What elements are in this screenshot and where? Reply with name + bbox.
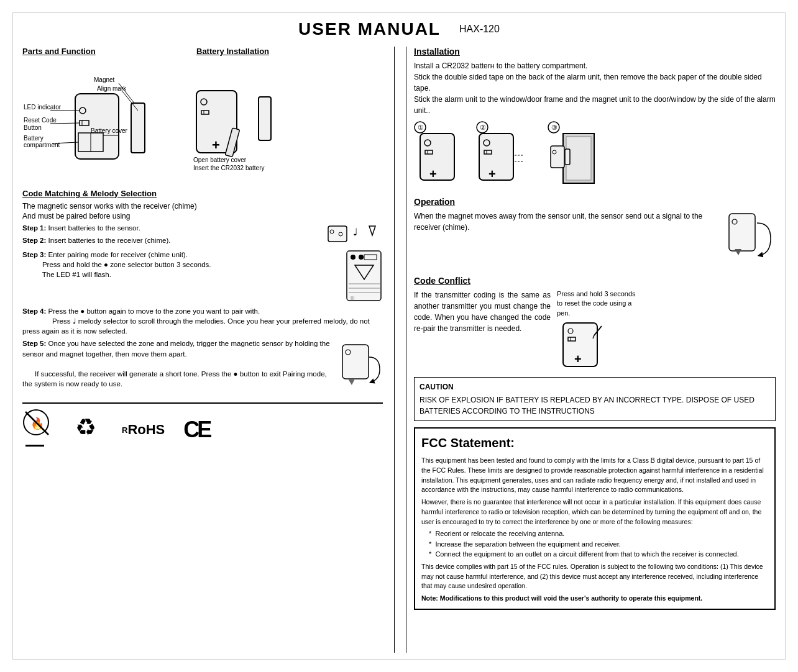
rohs-r-icon: R <box>122 425 127 435</box>
step-5-text: Step 5: Once you have selected the zone … <box>22 338 333 391</box>
fcc-bullet-2-text: Increase the separation between the equi… <box>435 540 620 548</box>
code-matching-section: Code Matching & Melody Selection The mag… <box>22 189 383 396</box>
header: USER MANUAL HAX-120 <box>22 19 776 39</box>
step-5-label: Step 5: <box>22 340 46 347</box>
svg-text:+: + <box>488 167 496 181</box>
sensor-diagram-svg: ♩ <box>327 223 383 245</box>
right-column: Installation Install a CR2032 batterн to… <box>406 47 776 653</box>
install-step3-svg: ③ <box>548 121 600 189</box>
installation-section: Installation Install a CR2032 batterн to… <box>414 47 776 189</box>
fcc-para2-text: However, there is no guarantee that inte… <box>421 498 761 525</box>
fcc-para3-text: This device complies with part 15 of the… <box>421 563 763 590</box>
svg-rect-0 <box>75 94 119 159</box>
fcc-para1-text: This equipment has been tested and found… <box>421 456 764 493</box>
step-5-diagram <box>339 338 383 396</box>
chime-svg: ||| <box>346 250 383 302</box>
fcc-title: FCC Statement: <box>421 434 768 452</box>
code-intro-2: And must be paired before using <box>22 212 383 220</box>
fcc-para1: This equipment has been tested and found… <box>421 456 768 495</box>
installation-title: Installation <box>414 47 776 57</box>
recycle-svg: ♻ <box>72 412 103 446</box>
svg-text:+: + <box>212 137 220 153</box>
code-conflict-section: Code Conflict If the transmitter coding … <box>414 276 776 370</box>
bottom-icons: 🔥 ♻ RRoHS CE <box>22 402 383 451</box>
svg-text:Magnet: Magnet <box>94 76 115 83</box>
svg-text:Battery: Battery <box>24 135 44 142</box>
fcc-para2: However, there is no guarantee that inte… <box>421 497 768 527</box>
svg-marker-35 <box>369 226 375 235</box>
fcc-bullet-2: * Increase the separation between the eq… <box>429 539 768 550</box>
svg-text:LED indicator: LED indicator <box>24 104 62 111</box>
svg-rect-31 <box>328 226 347 242</box>
ce-text: CE <box>183 417 209 442</box>
svg-text:♩: ♩ <box>353 227 358 237</box>
code-conflict-title: Code Conflict <box>414 276 776 286</box>
step-5: Step 5: Once you have selected the zone … <box>22 338 333 388</box>
step-5-text: Once you have selected the zone and melo… <box>22 340 330 357</box>
caution-text: RISK OF EXPLOSION IF BATTERY IS REPLACED… <box>420 394 770 417</box>
caution-title: CAUTION <box>420 381 770 393</box>
operation-diagram <box>726 211 776 268</box>
operation-svg <box>726 211 776 266</box>
fcc-note-text: Note: Modifications to this product will… <box>421 594 702 602</box>
fcc-para3: This device complies with part 15 of the… <box>421 562 768 591</box>
svg-rect-73 <box>551 146 564 168</box>
ce-logo: CE <box>183 417 209 443</box>
conflict-text: If the transmitter coding is the same as… <box>414 289 551 334</box>
page-title: USER MANUAL <box>298 19 441 39</box>
operation-row: When the magnet moves away from the sens… <box>414 211 776 268</box>
svg-text:Open battery cover: Open battery cover <box>193 157 247 163</box>
install-text-1: Install a CR2032 batterн to the battery … <box>414 61 587 70</box>
svg-marker-78 <box>735 249 741 255</box>
fcc-box: FCC Statement: This equipment has been t… <box>414 427 776 610</box>
code-intro-1: The magnetic sensor works with the recei… <box>22 202 383 211</box>
install-step-2: ② + <box>476 121 538 189</box>
caution-box: CAUTION RISK OF EXPLOSION IF BATTERY IS … <box>414 377 776 421</box>
svg-point-37 <box>351 255 355 260</box>
conflict-device-svg: + <box>557 320 607 370</box>
svg-text:Reset Code: Reset Code <box>24 117 57 124</box>
svg-line-50 <box>25 412 48 435</box>
code-matching-title: Code Matching & Melody Selection <box>22 189 383 198</box>
main-content: Parts and Function Battery Installation <box>22 47 776 653</box>
parts-diagram: LED indicator Reset Code Button Battery … <box>22 66 184 183</box>
install-step-1: ① + <box>414 121 467 189</box>
svg-line-17 <box>122 91 138 111</box>
conflict-diagram: Press and hold 3 seconds to reset the co… <box>557 289 638 370</box>
install-step1-svg: ① + <box>414 121 467 189</box>
parts-battery-header: Parts and Function Battery Installation <box>22 47 383 60</box>
step-4-label: Step 4: <box>22 307 46 315</box>
rohs-logo: RRoHS <box>122 422 165 438</box>
install-step-3: ③ <box>548 121 600 189</box>
diagrams-row: LED indicator Reset Code Button Battery … <box>22 66 383 183</box>
step-3: Step 3: Enter pairing mode for receiver … <box>22 250 339 279</box>
step-1-text: Insert batteries to the sensor. <box>48 224 140 232</box>
step-4-text-2: Press ♩ melody selector to scroll throug… <box>22 317 370 335</box>
install-step2-svg: ② + <box>476 121 538 189</box>
svg-text:Battery cover: Battery cover <box>91 127 128 134</box>
chime-diagram: ||| <box>346 250 383 304</box>
fcc-bullet-1: * Reorient or relocate the receiving ant… <box>429 529 768 539</box>
step-3-text: Enter pairing mode for receiver (chime u… <box>22 251 211 278</box>
svg-text:♻: ♻ <box>75 414 96 440</box>
battery-title: Battery Installation <box>196 47 383 56</box>
step-3-text: Step 3: Enter pairing mode for receiver … <box>22 250 339 282</box>
step-2-label: Step 2: <box>22 237 46 244</box>
svg-text:+: + <box>429 167 437 181</box>
svg-text:Align mark: Align mark <box>97 85 127 92</box>
step-4: Step 4: Press the ● button again to move… <box>22 306 383 336</box>
svg-text:②: ② <box>480 124 486 131</box>
svg-point-38 <box>359 255 364 260</box>
page: USER MANUAL HAX-120 Parts and Function B… <box>12 12 786 660</box>
step5-svg <box>339 338 383 394</box>
svg-rect-76 <box>729 214 755 251</box>
step-1-2-diagram: ♩ <box>327 223 383 247</box>
svg-text:|||: ||| <box>351 295 354 301</box>
step-1: Step 1: Insert batteries to the sensor. <box>22 223 321 233</box>
svg-text:①: ① <box>418 124 424 131</box>
conflict-fix-text: Press and hold 3 seconds to reset the co… <box>557 289 638 318</box>
svg-marker-47 <box>348 379 355 385</box>
rohs-text: RoHS <box>127 422 165 438</box>
svg-text:compartment: compartment <box>24 142 60 148</box>
code-steps: The magnetic sensor works with the recei… <box>22 202 383 396</box>
